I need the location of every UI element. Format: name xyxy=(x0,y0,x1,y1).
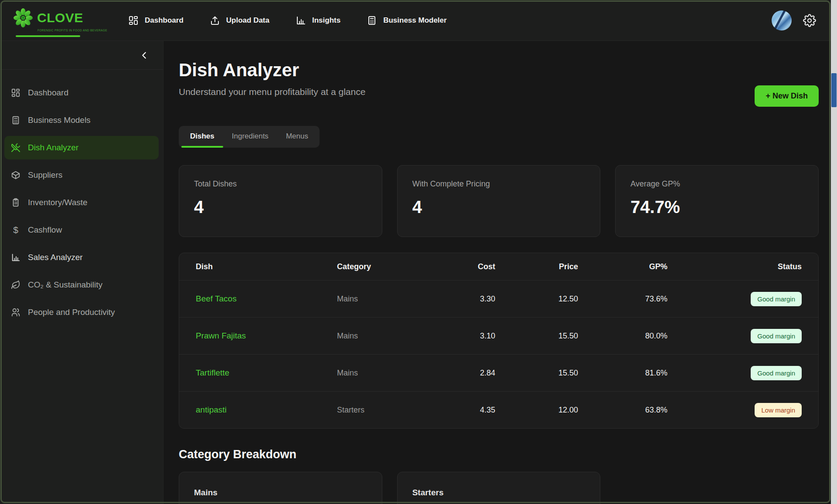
category-breakdown-heading: Category Breakdown xyxy=(179,448,819,461)
topnav-label: Insights xyxy=(312,16,340,25)
sidebar-item-dashboard[interactable]: Dashboard xyxy=(4,81,159,105)
sidebar-item-label: Dish Analyzer xyxy=(28,143,78,152)
topnav-label: Dashboard xyxy=(145,16,184,25)
sidebar-item-suppliers[interactable]: Suppliers xyxy=(4,163,159,187)
sidebar-header xyxy=(0,41,163,70)
sidebar-item-co2-sustainability[interactable]: CO₂ & Sustainability xyxy=(4,273,159,297)
topnav-item-insights[interactable]: Insights xyxy=(296,15,340,26)
dish-gp: 80.0% xyxy=(578,331,667,341)
active-tab-underline xyxy=(181,146,223,148)
grid-icon xyxy=(11,88,20,98)
upload-icon xyxy=(210,15,220,26)
collapse-sidebar-chevron-left-icon[interactable] xyxy=(140,51,149,60)
top-navigation: Dashboard Upload Data Insights xyxy=(128,15,447,26)
stat-label: Average GP% xyxy=(630,179,803,189)
stat-value: 4 xyxy=(412,197,585,217)
dish-cost: 3.30 xyxy=(443,294,495,304)
sidebar-item-cashflow[interactable]: $ Cashflow xyxy=(4,218,159,242)
status-badge: Low margin xyxy=(755,403,802,417)
status-badge: Good margin xyxy=(751,329,802,343)
tab-ingredients[interactable]: Ingredients xyxy=(223,128,277,146)
sidebar-item-label: Inventory/Waste xyxy=(28,198,88,207)
dish-price: 12.50 xyxy=(495,294,578,304)
dish-category: Mains xyxy=(337,331,443,341)
users-icon xyxy=(11,308,20,317)
column-header-category: Category xyxy=(337,262,443,271)
clipboard-icon xyxy=(11,198,20,207)
top-bar: CLOVE FORENSIC PROFITS IN FOOD AND BEVER… xyxy=(0,0,837,41)
scrollbar-thumb[interactable] xyxy=(831,73,837,107)
table-row: antipasti Starters 4.35 12.00 63.8% Low … xyxy=(179,391,818,428)
topnav-item-upload-data[interactable]: Upload Data xyxy=(210,15,269,26)
tab-label: Dishes xyxy=(190,132,214,140)
dish-gp: 73.6% xyxy=(578,294,667,304)
topnav-item-dashboard[interactable]: Dashboard xyxy=(128,15,184,26)
user-avatar[interactable] xyxy=(772,10,792,30)
tab-bar: Dishes Ingredients Menus xyxy=(179,126,320,148)
dish-cost: 2.84 xyxy=(443,369,495,378)
leaf-icon xyxy=(11,280,20,290)
sidebar: Dashboard Business Models xyxy=(0,41,163,504)
clove-flower-icon xyxy=(13,8,33,28)
table-header-row: Dish Category Cost Price GP% Status xyxy=(179,253,818,280)
topnav-label: Upload Data xyxy=(226,16,269,25)
sidebar-item-label: Cashflow xyxy=(28,225,62,235)
sidebar-item-sales-analyzer[interactable]: Sales Analyzer xyxy=(4,246,159,269)
tab-label: Menus xyxy=(286,132,308,140)
column-header-price: Price xyxy=(495,262,578,271)
dish-price: 15.50 xyxy=(495,331,578,341)
sidebar-navigation: Dashboard Business Models xyxy=(0,70,163,335)
page-scrollbar[interactable] xyxy=(831,0,837,504)
tab-menus[interactable]: Menus xyxy=(277,128,317,146)
breakdown-card-starters: Starters xyxy=(397,472,601,504)
sidebar-item-dish-analyzer[interactable]: Dish Analyzer xyxy=(4,136,159,159)
topnav-label: Business Modeler xyxy=(383,16,447,25)
dish-link[interactable]: antipasti xyxy=(196,405,337,415)
brand-underline xyxy=(16,35,80,37)
breakdown-card-label: Mains xyxy=(194,488,367,497)
sidebar-item-label: Business Models xyxy=(28,115,91,125)
calculator-icon xyxy=(367,15,377,26)
page-title: Dish Analyzer xyxy=(179,60,365,80)
breakdown-card-label: Starters xyxy=(412,488,585,497)
table-row: Tartiflette Mains 2.84 15.50 81.6% Good … xyxy=(179,354,818,391)
column-header-cost: Cost xyxy=(443,262,495,271)
sidebar-item-inventory-waste[interactable]: Inventory/Waste xyxy=(4,191,159,214)
dish-link[interactable]: Tartiflette xyxy=(196,368,337,378)
sidebar-item-business-models[interactable]: Business Models xyxy=(4,108,159,132)
brand-logo[interactable]: CLOVE FORENSIC PROFITS IN FOOD AND BEVER… xyxy=(13,8,107,37)
status-badge: Good margin xyxy=(751,366,802,380)
breakdown-card-mains: Mains xyxy=(179,472,382,504)
grid-icon xyxy=(128,15,139,26)
sidebar-item-label: Dashboard xyxy=(28,88,68,98)
table-row: Beef Tacos Mains 3.30 12.50 73.6% Good m… xyxy=(179,280,818,317)
new-dish-button[interactable]: + New Dish xyxy=(755,85,819,107)
dish-category: Mains xyxy=(337,294,443,304)
dish-link[interactable]: Beef Tacos xyxy=(196,294,337,304)
column-header-dish: Dish xyxy=(196,262,337,271)
sidebar-item-label: CO₂ & Sustainability xyxy=(28,280,102,290)
sidebar-item-label: Suppliers xyxy=(28,170,62,180)
bar-chart-icon xyxy=(296,15,306,26)
stat-card-average-gp: Average GP% 74.7% xyxy=(615,165,819,237)
settings-gear-icon[interactable] xyxy=(803,14,816,27)
dish-link[interactable]: Prawn Fajitas xyxy=(196,331,337,341)
dish-gp: 63.8% xyxy=(578,406,667,415)
dish-price: 12.00 xyxy=(495,406,578,415)
dish-cost: 3.10 xyxy=(443,331,495,341)
column-header-gp: GP% xyxy=(578,262,667,271)
brand-tagline: FORENSIC PROFITS IN FOOD AND BEVERAGE xyxy=(37,29,107,32)
stat-cards: Total Dishes 4 With Complete Pricing 4 A… xyxy=(179,165,819,237)
dollar-icon: $ xyxy=(11,225,20,235)
tab-label: Ingredients xyxy=(232,132,269,140)
topnav-item-business-modeler[interactable]: Business Modeler xyxy=(367,15,447,26)
sidebar-item-people-productivity[interactable]: People and Productivity xyxy=(4,301,159,324)
stat-card-total-dishes: Total Dishes 4 xyxy=(179,165,382,237)
status-badge: Good margin xyxy=(751,292,802,306)
calculator-icon xyxy=(11,115,20,125)
dish-gp: 81.6% xyxy=(578,369,667,378)
tab-dishes[interactable]: Dishes xyxy=(181,128,223,146)
stat-card-complete-pricing: With Complete Pricing 4 xyxy=(397,165,601,237)
stat-value: 4 xyxy=(194,197,367,217)
category-breakdown-cards: Mains Starters xyxy=(179,472,819,504)
